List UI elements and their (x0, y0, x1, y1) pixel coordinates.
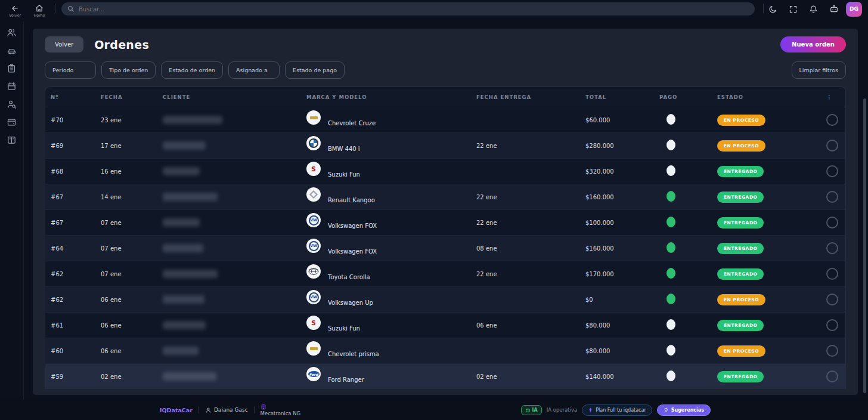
model-name: Volkswagen Up (328, 299, 373, 306)
filter-chip-4[interactable]: Asignado a (228, 61, 280, 79)
sidebar (0, 21, 24, 400)
bell-icon[interactable] (809, 5, 818, 14)
row-action-button[interactable] (826, 268, 838, 280)
footer-divider-2 (254, 406, 255, 413)
row-action-button[interactable] (826, 114, 838, 126)
order-date: 17 ene (101, 143, 163, 149)
suggestions-button[interactable]: Sugerencias (657, 404, 711, 416)
table-row[interactable]: #7023 eneChevrolet Cruze$60.000EN PROCES… (45, 107, 845, 132)
volver-button[interactable]: Volver (45, 36, 83, 52)
status-cell: ENTREGADO (717, 166, 826, 177)
person-search-icon[interactable] (7, 99, 17, 109)
row-action-button[interactable] (826, 242, 838, 254)
table-row[interactable]: #6106 eneSSuzuki Fun06 ene$80.000ENTREGA… (45, 312, 845, 338)
column-header-3: CLIENTE (163, 94, 306, 100)
column-header-2: FECHA (101, 94, 163, 100)
user-avatar[interactable]: DG (846, 2, 862, 17)
table-row[interactable]: #6816 eneSSuzuki Fun$320.000ENTREGADO (45, 158, 845, 184)
row-action-button[interactable] (826, 217, 838, 228)
payment-cell (659, 165, 717, 177)
vertical-scrollbar[interactable] (863, 98, 866, 393)
filter-chip-5[interactable]: Estado de pago (285, 61, 345, 79)
chat-bot-icon[interactable] (829, 4, 839, 14)
wallet-icon[interactable] (7, 117, 17, 127)
row-action-button[interactable] (826, 370, 838, 382)
table-row[interactable]: #6707 eneVWVolkswagen FOX22 ene$100.000E… (45, 209, 845, 235)
filter-chip-1[interactable]: Período (45, 61, 96, 79)
payment-status-dot (666, 165, 675, 176)
client-name-redacted (163, 321, 206, 329)
clipboard-icon[interactable] (7, 63, 17, 73)
table-row[interactable]: #6714 eneRenault Kangoo22 ene$160.000ENT… (45, 184, 845, 209)
status-badge: ENTREGADO (717, 320, 764, 331)
gem-icon (588, 407, 593, 413)
client-cell (163, 218, 306, 227)
filter-chip-2[interactable]: Tipo de orden (101, 61, 156, 79)
moon-icon[interactable] (768, 5, 777, 14)
search-input[interactable] (79, 6, 749, 13)
actions-cell (826, 345, 845, 357)
users-icon[interactable] (7, 27, 17, 38)
table-row[interactable]: #6006 eneChevrolet prisma$80.000EN PROCE… (45, 338, 845, 363)
payment-cell (659, 268, 717, 280)
row-action-button[interactable] (826, 140, 838, 152)
client-name-redacted (163, 193, 218, 201)
actions-cell (826, 140, 845, 152)
search-icon (67, 5, 75, 13)
payment-cell (659, 114, 717, 126)
payment-cell (659, 345, 717, 357)
payment-cell (659, 319, 717, 331)
column-header-1: Nº (45, 94, 101, 100)
calendar-icon[interactable] (7, 81, 17, 91)
suzuki-logo: S (306, 316, 321, 330)
order-date: 07 ene (101, 245, 163, 252)
kebab-menu-icon: ⋮ (826, 94, 845, 100)
order-date: 07 ene (101, 220, 163, 226)
order-total: $80.000 (585, 348, 659, 354)
search-bar[interactable] (61, 2, 755, 16)
table-row[interactable]: #6206 eneVWVolkswagen Up$0EN PROCESO (45, 286, 845, 312)
new-order-button[interactable]: Nueva orden (780, 36, 846, 52)
order-total: $170.000 (585, 271, 659, 277)
order-total: $160.000 (585, 245, 659, 252)
table-header-row: NºFECHACLIENTEMARCA Y MODELOFECHA ENTREG… (45, 87, 845, 107)
delivery-date: 06 ene (476, 322, 585, 329)
top-bar: Volver Home DG (0, 0, 868, 21)
table-row[interactable]: #5902 eneFordFord Ranger02 ene$140.000EN… (45, 363, 845, 389)
client-name-redacted (163, 270, 218, 278)
bmw-logo (306, 136, 321, 150)
ia-status-text: IA operativa (547, 407, 578, 413)
car-icon[interactable] (7, 45, 17, 55)
row-action-button[interactable] (826, 165, 838, 177)
delivery-date: 22 ene (476, 220, 585, 226)
back-button[interactable]: Volver (5, 4, 24, 18)
home-button[interactable]: Home (30, 4, 49, 18)
order-date: 14 ene (101, 194, 163, 200)
column-header-7: PAGO (659, 94, 717, 100)
clear-filters-button[interactable]: Limpiar filtros (792, 61, 846, 79)
brand-model-cell: VWVolkswagen Up (306, 292, 476, 307)
row-action-button[interactable] (826, 345, 838, 357)
plan-button[interactable]: Plan Full tu iqdatacar (582, 404, 652, 416)
table-row[interactable]: #6917 eneBMW 440 i22 ene$280.000EN PROCE… (45, 132, 845, 158)
row-action-button[interactable] (826, 294, 838, 305)
suggestions-button-label: Sugerencias (671, 407, 704, 413)
ia-badge[interactable]: IA (521, 405, 542, 415)
filter-chip-3[interactable]: Estado de orden (161, 61, 223, 79)
payment-status-dot (666, 268, 675, 279)
table-row[interactable]: #6407 eneVWVolkswagen FOX08 ene$160.000E… (45, 235, 845, 261)
fullscreen-icon[interactable] (789, 5, 798, 14)
order-total: $140.000 (585, 373, 659, 380)
row-action-button[interactable] (826, 191, 838, 203)
payment-status-dot (666, 217, 675, 227)
table-row[interactable]: #6207 eneToyota Corolla22 ene$170.000ENT… (45, 261, 845, 286)
order-total: $320.000 (585, 168, 659, 175)
book-icon[interactable] (7, 135, 17, 145)
order-id: #59 (45, 373, 101, 380)
toyota-logo (306, 264, 321, 279)
payment-status-dot (666, 191, 675, 202)
model-name: Ford Ranger (328, 376, 364, 383)
client-name-redacted (163, 295, 204, 304)
actions-cell (826, 217, 845, 228)
row-action-button[interactable] (826, 319, 838, 331)
